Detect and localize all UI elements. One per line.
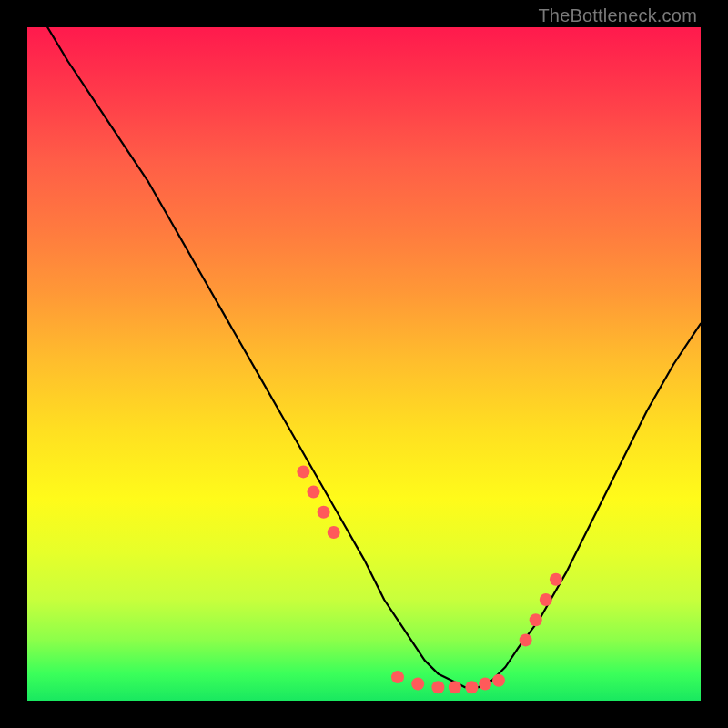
highlight-dot xyxy=(318,506,330,519)
highlight-dot xyxy=(550,573,562,586)
highlight-dots xyxy=(297,465,562,693)
highlight-dot xyxy=(391,671,404,683)
chart-svg xyxy=(27,27,701,701)
highlight-dot xyxy=(479,678,491,691)
bottleneck-curve xyxy=(47,27,701,687)
watermark-text: TheBottleneck.com xyxy=(538,5,697,26)
highlight-dot xyxy=(520,633,532,646)
highlight-dot xyxy=(431,681,444,693)
highlight-dot xyxy=(308,486,320,499)
highlight-dot xyxy=(297,465,309,478)
chart-stage: TheBottleneck.com xyxy=(0,0,728,728)
highlight-dot xyxy=(411,678,424,691)
highlight-dot xyxy=(465,681,478,693)
highlight-dot xyxy=(540,593,552,606)
chart-gradient-background xyxy=(27,27,701,701)
highlight-dot xyxy=(328,526,340,539)
highlight-dot xyxy=(492,674,505,687)
highlight-dot xyxy=(449,681,461,693)
highlight-dot xyxy=(530,613,542,626)
